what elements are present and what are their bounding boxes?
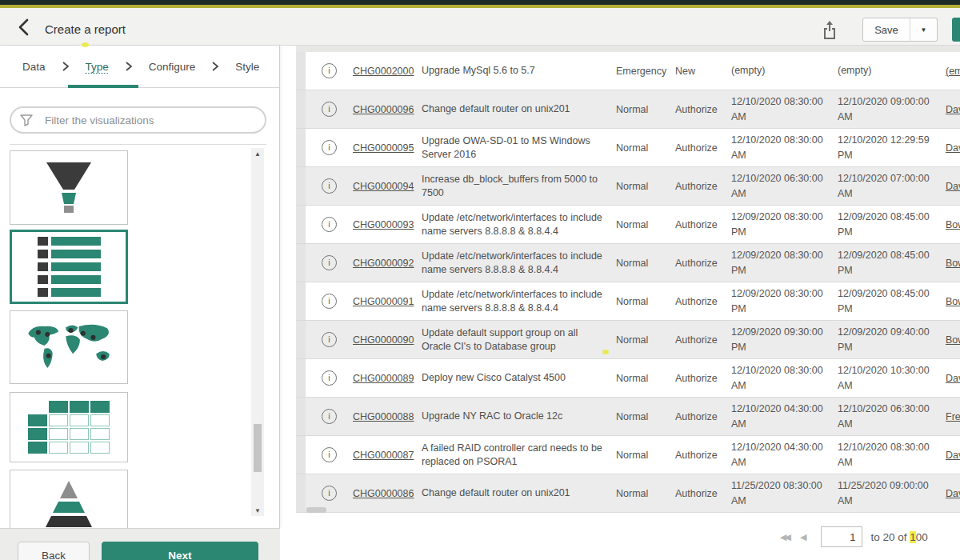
info-icon[interactable]: i bbox=[322, 370, 337, 386]
first-page-icon[interactable]: ◀◀ bbox=[780, 532, 789, 542]
assigned-to-cell: Dav bbox=[946, 181, 960, 192]
end-date-cell: (empty) bbox=[838, 63, 946, 78]
assigned-to-link[interactable]: Dav bbox=[946, 488, 960, 499]
short-description-cell: Upgrade MySql 5.6 to 5.7 bbox=[421, 64, 616, 78]
info-icon[interactable]: i bbox=[322, 409, 337, 424]
step-data[interactable]: Data bbox=[22, 61, 46, 73]
state-cell: Authorize bbox=[675, 104, 731, 115]
start-date-cell: 12/10/2020 08:30:00 AM bbox=[731, 133, 838, 163]
state-cell: Authorize bbox=[675, 258, 731, 269]
divider bbox=[10, 144, 266, 145]
priority-cell: Normal bbox=[616, 181, 675, 192]
viz-type-table[interactable] bbox=[10, 392, 128, 462]
pagination: ◀◀ ◀ to 20 of 100 bbox=[780, 525, 928, 549]
change-number-link[interactable]: CHG0000086 bbox=[353, 488, 414, 499]
page-number-input[interactable] bbox=[821, 526, 862, 547]
assigned-to-link[interactable]: Dav bbox=[946, 373, 960, 384]
info-icon-cell: i bbox=[306, 294, 344, 309]
change-number-link[interactable]: CHG0000087 bbox=[353, 450, 414, 461]
scroll-down-icon[interactable]: ▼ bbox=[251, 505, 264, 516]
highlight-artifact bbox=[82, 42, 89, 47]
world-map-icon bbox=[22, 319, 116, 375]
clipped-primary-button[interactable] bbox=[952, 18, 960, 42]
change-number-cell: CHG0000093 bbox=[344, 219, 421, 230]
info-icon[interactable]: i bbox=[322, 140, 337, 155]
change-number-link[interactable]: CHG0000089 bbox=[353, 373, 414, 384]
horizontal-scrollbar-thumb[interactable] bbox=[306, 507, 326, 513]
start-date-cell: (empty) bbox=[731, 63, 838, 78]
info-icon[interactable]: i bbox=[322, 102, 337, 117]
assigned-to-link[interactable]: (em bbox=[946, 66, 960, 77]
priority-cell: Normal bbox=[616, 488, 675, 499]
info-icon[interactable]: i bbox=[322, 486, 337, 501]
assigned-to-link[interactable]: Fre bbox=[946, 411, 960, 422]
change-number-link[interactable]: CHG0000091 bbox=[353, 296, 414, 307]
short-description-cell: Change default router on unix201 bbox=[421, 486, 616, 500]
change-number-link[interactable]: CHG0000090 bbox=[353, 334, 414, 346]
share-icon[interactable] bbox=[819, 19, 840, 40]
assigned-to-link[interactable]: Dav bbox=[946, 142, 960, 154]
wizard-steps: Data Type Configure Style bbox=[0, 46, 279, 88]
start-date-cell: 12/09/2020 08:30:00 PM bbox=[731, 210, 838, 240]
viz-type-list[interactable] bbox=[10, 230, 128, 304]
change-number-link[interactable]: CHG0000094 bbox=[353, 181, 414, 192]
step-type[interactable]: Type bbox=[86, 61, 109, 73]
change-number-cell: CHG0000096 bbox=[344, 104, 421, 115]
start-date-cell: 12/10/2020 08:30:00 AM bbox=[731, 363, 838, 394]
start-date-cell: 12/10/2020 04:30:00 AM bbox=[731, 440, 838, 470]
assigned-to-link[interactable]: Dav bbox=[946, 104, 960, 115]
highlighted-digit: 1 bbox=[910, 531, 916, 543]
back-button[interactable]: Back bbox=[18, 542, 90, 560]
info-icon[interactable]: i bbox=[322, 447, 337, 462]
table-row: iCHG0000091Update /etc/network/interface… bbox=[296, 282, 960, 321]
end-date-cell: 12/10/2020 06:30:00 AM bbox=[838, 402, 946, 432]
end-date-cell: 12/09/2020 08:45:00 PM bbox=[838, 210, 946, 240]
info-icon[interactable]: i bbox=[322, 63, 337, 78]
info-icon[interactable]: i bbox=[322, 294, 337, 309]
change-number-link[interactable]: CHG0000092 bbox=[353, 258, 414, 269]
assigned-to-link[interactable]: Bow bbox=[946, 258, 960, 269]
back-chevron-icon[interactable] bbox=[14, 17, 35, 38]
step-configure[interactable]: Configure bbox=[149, 61, 196, 73]
change-number-link[interactable]: CHG0000096 bbox=[353, 104, 414, 115]
assigned-to-link[interactable]: Bow bbox=[946, 219, 960, 230]
step-style[interactable]: Style bbox=[235, 61, 259, 73]
viz-type-map[interactable] bbox=[10, 310, 128, 384]
end-date-cell: 12/09/2020 08:45:00 PM bbox=[838, 286, 946, 317]
row-gutter bbox=[296, 474, 306, 512]
info-icon-cell: i bbox=[306, 217, 344, 232]
priority-cell: Emergency bbox=[616, 66, 675, 77]
assigned-to-cell: Bow bbox=[946, 219, 960, 230]
assigned-to-link[interactable]: Dav bbox=[946, 450, 960, 461]
short-description-cell: Update /etc/network/interfaces to includ… bbox=[421, 288, 616, 315]
change-number-link[interactable]: CHG0000095 bbox=[353, 142, 414, 154]
save-button[interactable]: Save bbox=[862, 18, 910, 42]
change-number-link[interactable]: CHG0000093 bbox=[353, 219, 414, 230]
scrollbar-thumb[interactable] bbox=[254, 424, 262, 472]
viz-type-funnel[interactable] bbox=[10, 150, 128, 225]
row-gutter bbox=[296, 90, 306, 128]
assigned-to-link[interactable]: Bow bbox=[946, 334, 960, 346]
assigned-to-link[interactable]: Dav bbox=[946, 181, 960, 192]
change-number-link[interactable]: CHG0002000 bbox=[353, 66, 414, 77]
previous-page-icon[interactable]: ◀ bbox=[800, 532, 806, 542]
end-date-cell: 11/25/2020 09:00:00 AM bbox=[838, 478, 946, 509]
short-description-cell: Increase db_block_buffers from 5000 to 7… bbox=[421, 173, 616, 200]
next-button[interactable]: Next bbox=[102, 542, 258, 560]
filter-visualizations-input[interactable] bbox=[10, 106, 266, 134]
info-icon[interactable]: i bbox=[322, 178, 337, 194]
info-icon[interactable]: i bbox=[322, 332, 337, 347]
end-date-cell: 12/09/2020 08:45:00 PM bbox=[838, 248, 946, 278]
info-icon[interactable]: i bbox=[322, 255, 337, 270]
info-icon[interactable]: i bbox=[322, 217, 337, 232]
viz-type-pyramid[interactable] bbox=[10, 470, 128, 528]
assigned-to-cell: Dav bbox=[946, 142, 960, 154]
chevron-right-icon bbox=[211, 61, 219, 72]
table-row: iCHG0000094Increase db_block_buffers fro… bbox=[296, 167, 960, 206]
scroll-up-icon[interactable]: ▲ bbox=[251, 148, 264, 159]
assigned-to-link[interactable]: Bow bbox=[946, 296, 960, 307]
app-header: Create a report Save ▼ bbox=[0, 8, 960, 46]
info-icon-cell: i bbox=[306, 332, 344, 347]
change-number-link[interactable]: CHG0000088 bbox=[353, 411, 414, 422]
save-dropdown-button[interactable]: ▼ bbox=[910, 18, 938, 42]
